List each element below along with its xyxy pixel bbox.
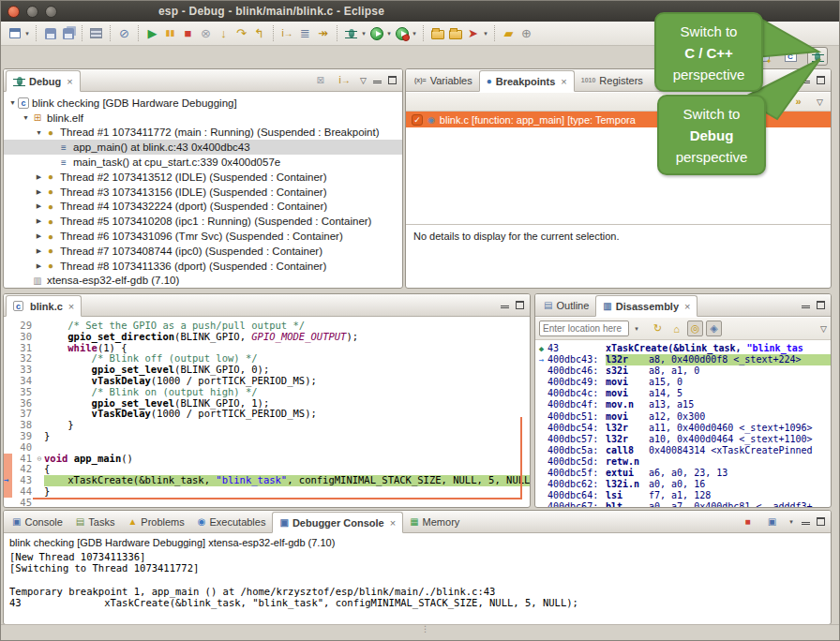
tab-registers[interactable]: 1010Registers	[575, 69, 650, 91]
maximize-icon[interactable]	[817, 301, 825, 309]
debug-tree-row[interactable]: ▶●Thread #8 1073411336 (dport) (Suspende…	[4, 259, 402, 274]
save-all-icon[interactable]	[59, 24, 77, 43]
debug-tree-row[interactable]: ▶●Thread #5 1073410208 (ipc1 : Running) …	[4, 214, 402, 229]
expander-icon[interactable]: ▶	[34, 173, 44, 181]
disassembly-listing[interactable]: ◆43xTaskCreate(&blink_task, "blink_tas→4…	[535, 341, 831, 507]
dropdown-icon[interactable]: ▾	[788, 518, 795, 526]
tab-variables[interactable]: (x)=Variables	[408, 69, 479, 91]
expander-icon[interactable]: ▶	[34, 202, 44, 210]
fold-icon[interactable]: ⊖	[35, 454, 44, 465]
clean-icon[interactable]: ▰	[500, 24, 518, 43]
code-line[interactable]: 41⊖void app_main()	[4, 454, 530, 465]
disassembly-line[interactable]: 400dbc5a:call80x40084314 <xTaskCreatePin…	[535, 445, 831, 456]
code-line[interactable]: 44}	[4, 486, 530, 498]
tab-console[interactable]: ▣Console	[6, 511, 69, 532]
debug-tree-row[interactable]: ▥xtensa-esp32-elf-gdb (7.10)	[4, 274, 402, 288]
close-icon[interactable]: ×	[390, 517, 396, 529]
expander-icon[interactable]: ▼	[8, 99, 18, 106]
code-line[interactable]: 39}	[4, 431, 530, 442]
disassembly-line[interactable]: 400dbc5f:extuia6, a0, 23, 13	[535, 468, 831, 479]
debug-tree-row[interactable]: ▶●Thread #2 1073413512 (IDLE) (Suspended…	[4, 170, 402, 185]
debug-tree-row[interactable]: ▼cblink checking [GDB Hardware Debugging…	[4, 96, 402, 111]
debug-tree-row[interactable]: ▶●Thread #4 1073432224 (dport) (Suspende…	[4, 200, 402, 215]
minimize-icon[interactable]	[802, 306, 810, 308]
dropdown-icon[interactable]: ▾	[23, 30, 31, 37]
window-minimize-button[interactable]	[26, 6, 38, 18]
disassembly-line[interactable]: 400dbc51:movia12, 0x300	[535, 411, 831, 423]
minimize-icon[interactable]	[802, 522, 810, 525]
code-line[interactable]: 45	[4, 498, 530, 507]
debug-launch-icon[interactable]	[342, 24, 360, 43]
breakpoint-checkbox[interactable]: ✓	[412, 114, 423, 126]
resize-grip-icon[interactable]: ⋮	[421, 627, 429, 631]
instruction-stepping-icon[interactable]: i→	[278, 24, 296, 43]
settings-icon[interactable]: ⊕	[518, 24, 535, 43]
step-into-icon[interactable]: ↓	[215, 24, 232, 43]
expander-icon[interactable]: ▶	[34, 217, 44, 225]
location-dropdown-icon[interactable]: ▾	[633, 325, 640, 333]
view-menu-icon[interactable]: ▽	[820, 324, 827, 334]
dropdown-icon[interactable]: ▾	[411, 30, 418, 37]
debug-tree-row[interactable]: ▶●Thread #3 1073413156 (IDLE) (Suspended…	[4, 185, 402, 200]
new-wizard-icon[interactable]	[6, 24, 23, 43]
dropdown-icon[interactable]: ▾	[360, 30, 368, 37]
tab-executables[interactable]: ◉Executables	[191, 511, 273, 532]
home-icon[interactable]: ⌂	[668, 320, 684, 336]
maximize-icon[interactable]	[817, 76, 825, 84]
debug-tree-row[interactable]: ≡app_main() at blink.c:43 0x400dbc43	[4, 140, 402, 155]
debug-lists-icon[interactable]: ≣	[296, 24, 314, 43]
remove-terminated-icon[interactable]: ⊠	[311, 71, 329, 90]
window-close-button[interactable]	[8, 6, 20, 18]
maximize-icon[interactable]	[817, 517, 825, 526]
resume-icon[interactable]: ▶	[143, 24, 161, 43]
close-icon[interactable]: ×	[68, 301, 74, 312]
flash-icon[interactable]: ➤	[464, 24, 482, 43]
suspend-icon[interactable]: ▮▮	[161, 24, 179, 43]
tab-breakpoints[interactable]: ●Breakpoints×	[479, 70, 575, 92]
external-tools-icon[interactable]	[393, 24, 411, 43]
run-launch-icon[interactable]	[368, 24, 385, 43]
debug-tree-row[interactable]: ≡main_task() at cpu_start.c:339 0x400d05…	[4, 155, 402, 170]
terminate-console-icon[interactable]: ■	[739, 513, 757, 531]
minimize-icon[interactable]	[802, 81, 810, 83]
expander-icon[interactable]: ▼	[21, 114, 31, 121]
tab-outline[interactable]: ▤Outline	[537, 294, 595, 316]
maximize-icon[interactable]	[388, 76, 397, 84]
disassembly-line[interactable]: 400dbc64:lsif7, a1, 128	[535, 490, 831, 501]
expander-icon[interactable]: ▼	[34, 129, 44, 136]
open-project-folder-icon[interactable]	[428, 24, 446, 43]
step-return-icon[interactable]: ↰	[250, 24, 268, 43]
open-folder-icon[interactable]	[446, 24, 464, 43]
disassembly-line[interactable]: 400dbc57:l32ra10, 0x400d0464 <_stext+110…	[535, 434, 831, 445]
disassembly-line[interactable]: 400dbc5d:retw.n	[535, 456, 831, 468]
close-icon[interactable]: ×	[561, 76, 566, 87]
close-icon[interactable]: ×	[67, 76, 72, 87]
code-line[interactable]: 38 }	[4, 420, 530, 431]
console-output[interactable]: [New Thread 1073411336][Switching to Thr…	[9, 551, 827, 622]
location-input[interactable]	[539, 320, 629, 336]
dropdown-icon[interactable]: ▾	[482, 30, 489, 37]
code-line[interactable]: →43 xTaskCreate(&blink_task, "blink_task…	[4, 475, 530, 486]
disassembly-line[interactable]: 400dbc67:blta0, a7, 0x400dbc81 <__adddf3…	[535, 501, 831, 507]
maximize-icon[interactable]	[516, 301, 524, 309]
tab-tasks[interactable]: ▤Tasks	[69, 511, 122, 532]
breakpoint-row[interactable]: ✓ ◉ blink.c [function: app_main] [type: …	[406, 112, 831, 127]
debug-tree-row[interactable]: ▶●Thread #7 1073408744 (ipc0) (Suspended…	[4, 244, 402, 259]
tab-disassembly[interactable]: ▥Disassembly×	[595, 295, 698, 317]
expander-icon[interactable]: ▶	[34, 232, 44, 240]
minimize-icon[interactable]	[501, 306, 509, 308]
terminate-icon[interactable]: ■	[179, 24, 197, 43]
debug-tree[interactable]: ▼cblink checking [GDB Hardware Debugging…	[4, 93, 402, 288]
disassembly-line[interactable]: 400dbc49:movia15, 0	[535, 377, 831, 388]
disassembly-line[interactable]: 400dbc46:s32ia8, a1, 0	[535, 365, 831, 377]
code-editor[interactable]: 29 /* Set the GPIO as a push/pull output…	[4, 318, 530, 507]
disassembly-line[interactable]: →400dbc43:l32ra8, 0x400d00f8 <_stext+224…	[535, 354, 831, 365]
view-menu-icon[interactable]: ▽	[360, 76, 367, 85]
instruction-mode-icon[interactable]: i→	[336, 71, 353, 90]
tab-debug[interactable]: Debug ×	[6, 70, 81, 92]
trace-icon[interactable]: ↠	[314, 24, 332, 43]
tab-blink-c[interactable]: c blink.c ×	[6, 295, 82, 317]
tab-memory[interactable]: ▦Memory	[403, 511, 466, 532]
debug-tree-row[interactable]: ▶●Thread #6 1073431096 (Tmr Svc) (Suspen…	[4, 229, 402, 244]
view-menu-icon[interactable]: ▽	[817, 97, 823, 107]
